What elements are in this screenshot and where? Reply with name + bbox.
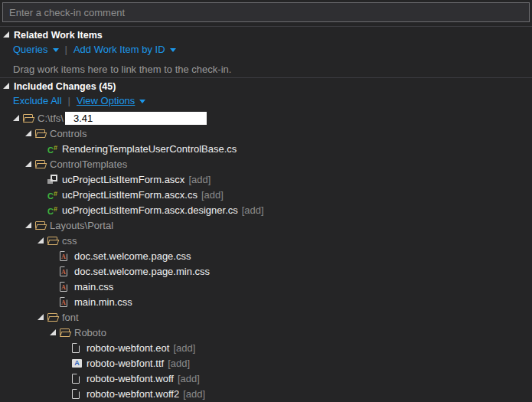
exclude-all-link[interactable]: Exclude All: [13, 95, 62, 106]
expander-spacer: [38, 187, 47, 202]
pending-change-type-tag: [add]: [183, 388, 205, 400]
tree-item-label: roboto-webfont.eot: [86, 342, 169, 354]
section-divider: [0, 77, 532, 78]
tree-row[interactable]: ucProjectListItemForm.ascx[add]: [0, 172, 532, 187]
ascx-user-control-icon: [47, 175, 57, 184]
dropdown-caret-icon[interactable]: [139, 100, 145, 103]
css-file-icon: [60, 266, 67, 276]
tree-item-label: Controls: [50, 128, 86, 139]
tree-item-label: ucProjectListItemForm.ascx.cs: [62, 189, 197, 201]
add-work-item-by-id-link[interactable]: Add Work Item by ID: [73, 44, 165, 55]
tree-item-label: Roboto: [74, 327, 106, 338]
css-file-icon: [60, 282, 67, 292]
tree-row[interactable]: ControlTemplates: [0, 156, 532, 172]
related-work-items-header[interactable]: Related Work Items: [3, 29, 532, 41]
drag-work-items-hint: Drag work items here to link them to the…: [13, 64, 532, 75]
tree-item-label: roboto-webfont.ttf: [86, 358, 164, 369]
section-title: Related Work Items: [14, 30, 103, 41]
tree-row[interactable]: Layouts\Portal: [0, 217, 532, 233]
checkin-comment-input[interactable]: [3, 3, 529, 21]
tree-row[interactable]: Aroboto-webfont.ttf[add]: [0, 355, 532, 371]
tree-row[interactable]: roboto-webfont.woff[add]: [0, 371, 532, 386]
document-file-icon: [72, 374, 80, 384]
tree-row[interactable]: C#ucProjectListItemForm.ascx.cs[add]: [0, 187, 532, 202]
tree-row[interactable]: C:\tfs\3.41: [0, 110, 532, 126]
expander-spacer: [50, 248, 60, 263]
tree-row[interactable]: roboto-webfont.woff2[add]: [0, 386, 532, 401]
expander-spacer: [62, 371, 72, 386]
folder-icon: [60, 328, 70, 337]
csharp-file-icon: C#: [47, 143, 57, 155]
tree-row[interactable]: roboto-webfont.eot[add]: [0, 340, 532, 355]
folder-icon: [23, 114, 34, 123]
pending-change-type-tag: [add]: [201, 189, 224, 201]
folder-icon: [35, 129, 46, 138]
expander-spacer: [50, 294, 60, 309]
expander-spacer: [62, 340, 72, 355]
pending-change-type-tag: [add]: [188, 174, 211, 185]
folder-icon: [35, 221, 46, 230]
tree-item-label: roboto-webfont.woff2: [86, 388, 179, 400]
queries-link[interactable]: Queries: [13, 44, 48, 55]
inline-edit-box[interactable]: 3.41: [65, 112, 207, 125]
tree-item-label: ucProjectListItemForm.ascx.designer.cs: [62, 204, 238, 216]
view-options-link[interactable]: View Options: [77, 95, 135, 106]
collapse-triangle-icon[interactable]: [3, 31, 9, 38]
tree-item-label: main.min.css: [74, 296, 132, 308]
tree-row[interactable]: css: [0, 233, 532, 248]
folder-icon: [47, 313, 58, 322]
expander-spacer: [62, 355, 72, 371]
tree-row[interactable]: C#ucProjectListItemForm.ascx.designer.cs…: [0, 202, 532, 217]
folder-icon: [35, 160, 46, 168]
csharp-file-icon: C#: [47, 189, 57, 201]
included-changes-tree: C:\tfs\3.41ControlsC#RenderingTemplateUs…: [0, 110, 532, 401]
tree-item-label: Layouts\Portal: [50, 220, 113, 231]
csharp-file-icon: C#: [47, 204, 57, 216]
tree-row[interactable]: main.min.css: [0, 294, 532, 309]
tree-row[interactable]: Roboto: [0, 325, 532, 340]
expander-icon[interactable]: [25, 217, 35, 233]
tree-item-label: ControlTemplates: [50, 159, 127, 170]
related-work-items-section: Related Work Items Queries | Add Work It…: [3, 29, 532, 75]
expander-spacer: [38, 202, 47, 217]
tree-item-label: font: [62, 312, 79, 323]
pending-change-type-tag: [add]: [173, 342, 195, 354]
css-file-icon: [60, 251, 67, 261]
tree-item-label: RenderingTemplateUserControlBase.cs: [62, 143, 237, 155]
tree-item-label: ucProjectListItemForm.ascx: [62, 174, 184, 185]
tree-item-label: doc.set.welcome.page.css: [74, 250, 191, 262]
included-changes-section: Included Changes (45) Exclude All | View…: [3, 80, 532, 106]
expander-spacer: [62, 386, 72, 401]
font-file-icon: A: [72, 359, 82, 368]
expander-icon[interactable]: [25, 126, 35, 141]
included-changes-header[interactable]: Included Changes (45): [3, 80, 532, 92]
expander-icon[interactable]: [25, 156, 35, 172]
tree-item-label: css: [62, 235, 77, 247]
tree-row[interactable]: C#RenderingTemplateUserControlBase.cs: [0, 141, 532, 156]
tree-row[interactable]: doc.set.welcome.page.min.css: [0, 263, 532, 279]
tree-item-label: roboto-webfont.woff: [86, 373, 174, 384]
dropdown-caret-icon[interactable]: [170, 48, 176, 52]
tree-row[interactable]: doc.set.welcome.page.css: [0, 248, 532, 263]
expander-spacer: [38, 172, 47, 187]
expander-icon[interactable]: [50, 325, 60, 340]
checkin-comment-box[interactable]: [2, 2, 530, 22]
section-divider: [0, 26, 532, 27]
pending-change-type-tag: [add]: [242, 204, 264, 216]
tree-row[interactable]: main.css: [0, 279, 532, 294]
section-title: Included Changes (45): [14, 81, 116, 92]
pending-changes-panel: Related Work Items Queries | Add Work It…: [0, 0, 532, 402]
expander-icon[interactable]: [38, 233, 47, 248]
expander-icon[interactable]: [13, 110, 23, 126]
expander-icon[interactable]: [38, 309, 47, 325]
expander-spacer: [50, 263, 60, 279]
expander-spacer: [38, 141, 47, 156]
tree-row[interactable]: font: [0, 309, 532, 325]
pending-change-type-tag: [add]: [178, 373, 200, 384]
collapse-triangle-icon[interactable]: [3, 83, 9, 89]
css-file-icon: [60, 297, 67, 307]
link-separator: |: [65, 44, 67, 55]
tree-row[interactable]: Controls: [0, 126, 532, 141]
tree-item-label: main.css: [74, 281, 113, 293]
dropdown-caret-icon[interactable]: [53, 48, 59, 52]
